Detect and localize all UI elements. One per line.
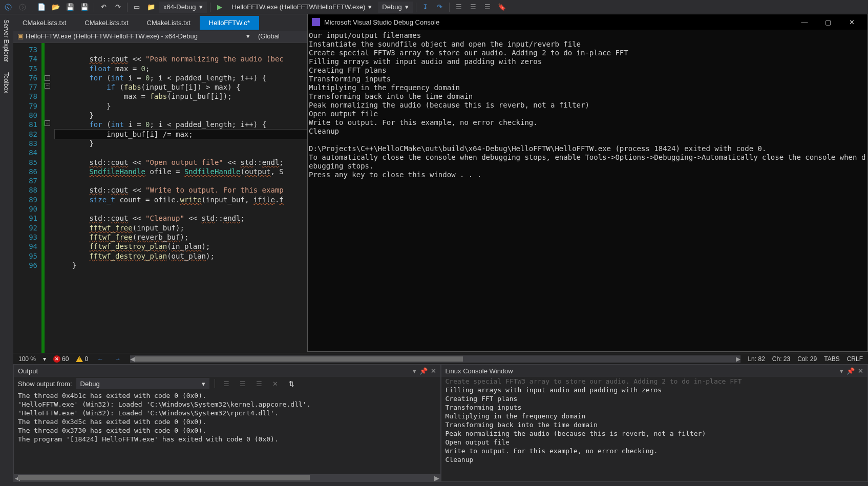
chevron-down-icon: ▾ (246, 32, 250, 40)
cursor-char: Ch: 23 (772, 355, 790, 363)
nav-prev-icon[interactable]: ← (95, 355, 105, 363)
editor-hscrollbar[interactable]: ◀▶ (130, 355, 740, 363)
line-ending[interactable]: CRLF (847, 355, 863, 363)
output-panel-title: Output (18, 367, 413, 375)
side-tab-server-explorer[interactable]: Server Explorer (0, 14, 12, 67)
word-wrap-icon[interactable]: ⇅ (286, 378, 298, 389)
minimize-button[interactable]: ― (793, 14, 816, 30)
close-icon[interactable]: ✕ (431, 367, 436, 375)
close-icon[interactable]: ✕ (858, 367, 863, 375)
bookmark-icon[interactable]: 🔖 (496, 2, 508, 13)
output-source-combo[interactable]: Debug▾ (76, 378, 209, 389)
start-debug-button[interactable]: ▶ (214, 2, 226, 13)
error-count[interactable]: ✕60 (53, 355, 69, 363)
pin-icon[interactable]: 📌 (846, 367, 855, 375)
maximize-button[interactable]: ▢ (816, 14, 840, 30)
open-file-icon[interactable]: 📂 (50, 2, 62, 13)
output-toolbar: Show output from: Debug▾ ☰ ☰ ☰ ✕ ⇅ (14, 377, 440, 390)
comment-icon[interactable]: ☰ (467, 2, 479, 13)
debug-console-window[interactable]: Microsoft Visual Studio Debug Console ― … (307, 14, 868, 352)
side-tabs: Server Explorer Toolbox (0, 14, 13, 99)
vs-console-icon (312, 18, 320, 26)
main-toolbar: 📄 📂 💾 💾 ↶ ↷ ▭ 📁 x64-Debug▾ ▶ HelloFFTW.e… (0, 0, 868, 14)
chevron-down-icon: ▾ (368, 3, 372, 11)
nav-back-icon[interactable] (2, 2, 14, 13)
bottom-panels: Output ▾📌✕ Show output from: Debug▾ ☰ ☰ … (13, 364, 868, 482)
console-title-text: Microsoft Visual Studio Debug Console (324, 18, 439, 26)
run-mode-combo[interactable]: Debug▾ (378, 2, 412, 13)
document-tab[interactable]: CMakeLists.txt (75, 16, 137, 30)
warning-count[interactable]: 0 (76, 355, 88, 363)
console-body[interactable]: Our input/output filenames Instantiate t… (308, 30, 867, 181)
linux-console-panel: Linux Console Window ▾📌✕ Create special … (441, 364, 869, 482)
pin-icon[interactable]: 📌 (419, 367, 428, 375)
bottom-tab-strip: Error ListImmediate WindowOutputSolution… (13, 482, 868, 486)
indent-mode[interactable]: TABS (824, 355, 839, 363)
fold-margin: −−− (45, 43, 53, 353)
output-body[interactable]: The thread 0x4b1c has exited with code 0… (14, 390, 440, 474)
editor-status-bar: 100 %▾ ✕60 0 ← → ◀▶ Ln: 82 Ch: 23 Col: 2… (13, 353, 868, 364)
clear-icon[interactable]: ✕ (269, 378, 282, 389)
document-tab[interactable]: CMakeLists.txt (13, 16, 75, 30)
cursor-line: Ln: 82 (748, 355, 765, 363)
chevron-down-icon[interactable]: ▾ (43, 355, 46, 363)
nav-forward-icon[interactable] (16, 2, 29, 13)
find-message-icon[interactable]: ☰ (220, 378, 232, 389)
output-hscrollbar[interactable]: ◀▶ (14, 474, 440, 481)
svg-point-1 (19, 4, 26, 10)
svg-point-0 (5, 4, 11, 10)
goto-next-icon[interactable]: ☰ (253, 378, 265, 389)
save-icon[interactable]: 💾 (64, 2, 76, 13)
step-over-icon[interactable]: ↷ (434, 2, 446, 13)
goto-prev-icon[interactable]: ☰ (237, 378, 249, 389)
linux-panel-title: Linux Console Window (446, 367, 840, 375)
chevron-down-icon: ▾ (199, 3, 203, 11)
console-titlebar[interactable]: Microsoft Visual Studio Debug Console ― … (308, 14, 867, 30)
chevron-down-icon: ▾ (405, 3, 409, 11)
find-icon[interactable]: ☰ (453, 2, 465, 13)
linux-console-body[interactable]: Create special FFTW3 array to store our … (441, 377, 868, 481)
redo-icon[interactable]: ↷ (112, 2, 124, 13)
build-icon[interactable]: ▭ (131, 2, 143, 13)
panel-menu-icon[interactable]: ▾ (413, 367, 416, 375)
panel-menu-icon[interactable]: ▾ (840, 367, 843, 375)
chevron-down-icon: ▾ (202, 380, 205, 388)
step-into-icon[interactable]: ↧ (419, 2, 432, 13)
document-tab[interactable]: CMakeLists.txt (138, 16, 200, 30)
new-file-icon[interactable]: 📄 (35, 2, 48, 13)
close-button[interactable]: ✕ (840, 14, 863, 30)
side-tab-toolbox[interactable]: Toolbox (0, 67, 12, 98)
output-panel: Output ▾📌✕ Show output from: Debug▾ ☰ ☰ … (13, 364, 441, 482)
project-context-combo[interactable]: ▣ HelloFFTW.exe (HelloFFTW\HelloFFTW.exe… (13, 31, 254, 42)
undo-icon[interactable]: ↶ (97, 2, 110, 13)
run-target-combo[interactable]: HelloFFTW.exe (HelloFFTW\HelloFFTW.exe)▾ (228, 2, 376, 13)
cursor-col: Col: 29 (797, 355, 817, 363)
zoom-level[interactable]: 100 % (18, 355, 36, 363)
document-tab[interactable]: HelloFFTW.c (200, 16, 259, 30)
show-output-label: Show output from: (18, 380, 72, 388)
config-combo[interactable]: x64-Debug▾ (159, 2, 207, 13)
nav-next-icon[interactable]: → (113, 355, 123, 363)
open-folder-icon[interactable]: 📁 (145, 2, 157, 13)
uncomment-icon[interactable]: ☰ (481, 2, 494, 13)
save-all-icon[interactable]: 💾 (78, 2, 91, 13)
line-number-gutter: 7374757677787980818283848586878889909192… (13, 43, 41, 353)
